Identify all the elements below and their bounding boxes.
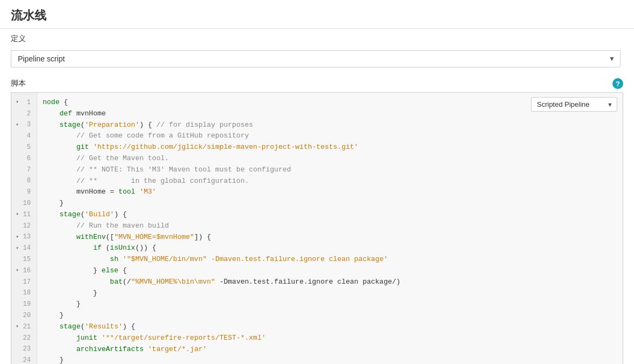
fold-arrow-icon[interactable]: ▾: [13, 322, 19, 331]
line-numbers: ▾12▾345678910▾1112▾13▾1415▾1617181920▾21…: [11, 93, 37, 364]
line-number-row: 2: [11, 108, 37, 120]
fold-arrow-icon[interactable]: ▾: [13, 121, 19, 129]
code-line: sh '"$MVN_HOME/bin/mvn" -Dmaven.test.fai…: [43, 254, 616, 265]
code-line: git 'https://github.com/jglick/simple-ma…: [43, 142, 616, 153]
line-number-row: ▾13: [11, 232, 37, 243]
scripted-pipeline-select-wrapper: Scripted Pipeline Declarative Pipeline ▼: [531, 97, 617, 112]
line-num: 22: [20, 333, 31, 344]
line-number-row: ▾14: [11, 243, 37, 254]
line-number-row: ▾3: [11, 120, 37, 131]
fold-arrow-icon[interactable]: ▾: [13, 244, 19, 253]
line-num: 20: [20, 311, 31, 321]
line-number-row: ▾16: [11, 265, 37, 277]
line-num: 6: [20, 154, 31, 164]
line-number-row: 12: [11, 221, 37, 232]
line-number-row: 8: [11, 176, 37, 187]
line-num: 13: [20, 232, 31, 242]
line-num: 5: [20, 142, 31, 153]
script-header: 脚本 ?: [11, 75, 623, 92]
line-number-row: 19: [11, 299, 37, 310]
page-wrapper: 流水线 定义 Pipeline script Pipeline script f…: [0, 0, 634, 364]
line-num: 18: [20, 288, 31, 298]
code-area: ▾12▾345678910▾1112▾13▾1415▾1617181920▾21…: [11, 93, 623, 364]
line-num: 10: [20, 198, 31, 209]
line-num: 14: [20, 243, 31, 253]
line-number-row: 24: [11, 355, 37, 364]
code-line: if (isUnix()) {: [43, 243, 616, 254]
line-num: 23: [20, 344, 31, 354]
code-line: bat(/"%MVN_HOME%\bin\mvn" -Dmaven.test.f…: [43, 277, 616, 288]
code-line: // Get the Maven tool.: [43, 153, 616, 164]
pipeline-script-select[interactable]: Pipeline script Pipeline script from SCM: [11, 50, 621, 67]
line-num: 7: [20, 165, 31, 175]
page-header: 流水线: [0, 0, 634, 29]
line-number-row: 9: [11, 187, 37, 198]
code-line: }: [43, 355, 616, 364]
line-num: 15: [20, 255, 31, 265]
line-number-row: 23: [11, 344, 37, 355]
code-line: }: [43, 198, 616, 209]
line-num: 2: [20, 109, 31, 119]
scripted-pipeline-select[interactable]: Scripted Pipeline Declarative Pipeline: [531, 97, 617, 112]
code-line: stage('Preparation') { // for display pu…: [43, 120, 616, 131]
code-line: }: [43, 288, 616, 299]
line-number-row: ▾21: [11, 321, 37, 333]
fold-arrow-icon[interactable]: ▾: [13, 210, 19, 219]
line-num: 9: [20, 187, 31, 197]
script-label: 脚本: [11, 79, 26, 88]
line-number-row: 5: [11, 142, 37, 153]
line-number-row: 18: [11, 288, 37, 299]
line-num: 24: [20, 355, 31, 364]
help-icon[interactable]: ?: [612, 78, 623, 89]
line-number-row: 22: [11, 333, 37, 344]
code-line: def mvnHome: [43, 108, 616, 120]
line-number-row: 6: [11, 153, 37, 164]
page-title: 流水线: [11, 8, 623, 24]
code-line: // Get some code from a GitHub repositor…: [43, 131, 616, 142]
line-num: 19: [20, 299, 31, 310]
code-line: node {: [43, 97, 616, 108]
definition-row: Pipeline script Pipeline script from SCM…: [0, 47, 634, 73]
code-line: } else {: [43, 265, 616, 277]
fold-arrow-icon[interactable]: ▾: [13, 98, 19, 107]
code-editor-container: Scripted Pipeline Declarative Pipeline ▼…: [11, 92, 623, 364]
code-line: stage('Build') {: [43, 209, 616, 221]
code-line: mvnHome = tool 'M3': [43, 187, 616, 198]
line-num: 8: [20, 176, 31, 186]
line-number-row: 4: [11, 131, 37, 142]
line-number-row: ▾1: [11, 97, 37, 108]
line-num: 17: [20, 277, 31, 287]
line-num: 1: [20, 98, 31, 108]
line-number-row: ▾11: [11, 209, 37, 221]
line-num: 21: [20, 322, 31, 332]
line-num: 16: [20, 266, 31, 276]
code-line: archiveArtifacts 'target/*.jar': [43, 344, 616, 355]
code-line: }: [43, 299, 616, 310]
script-section: 脚本 ? Scripted Pipeline Declarative Pipel…: [0, 73, 634, 364]
line-number-row: 17: [11, 277, 37, 288]
code-line: }: [43, 310, 616, 321]
code-line: // Run the maven build: [43, 221, 616, 232]
line-num: 4: [20, 131, 31, 141]
code-line: junit '**/target/surefire-reports/TEST-*…: [43, 333, 616, 344]
line-num: 3: [20, 120, 31, 130]
fold-arrow-icon[interactable]: ▾: [13, 266, 19, 275]
code-line: withEnv(["MVN_HOME=$mvnHome"]) {: [43, 232, 616, 243]
line-number-row: 15: [11, 254, 37, 265]
code-lines[interactable]: node { def mvnHome stage('Preparation') …: [37, 93, 623, 364]
definition-label: 定义: [0, 29, 634, 47]
code-line: stage('Results') {: [43, 321, 616, 333]
code-line: // ** in the global configuration.: [43, 176, 616, 187]
code-editor-toolbar: Scripted Pipeline Declarative Pipeline ▼: [531, 97, 617, 112]
line-number-row: 7: [11, 164, 37, 176]
line-number-row: 20: [11, 310, 37, 321]
pipeline-script-select-wrapper: Pipeline script Pipeline script from SCM…: [11, 50, 621, 67]
line-num: 12: [20, 221, 31, 231]
line-num: 11: [20, 210, 31, 220]
code-line: // ** NOTE: This 'M3' Maven tool must be…: [43, 164, 616, 176]
fold-arrow-icon[interactable]: ▾: [13, 233, 19, 242]
line-number-row: 10: [11, 198, 37, 209]
